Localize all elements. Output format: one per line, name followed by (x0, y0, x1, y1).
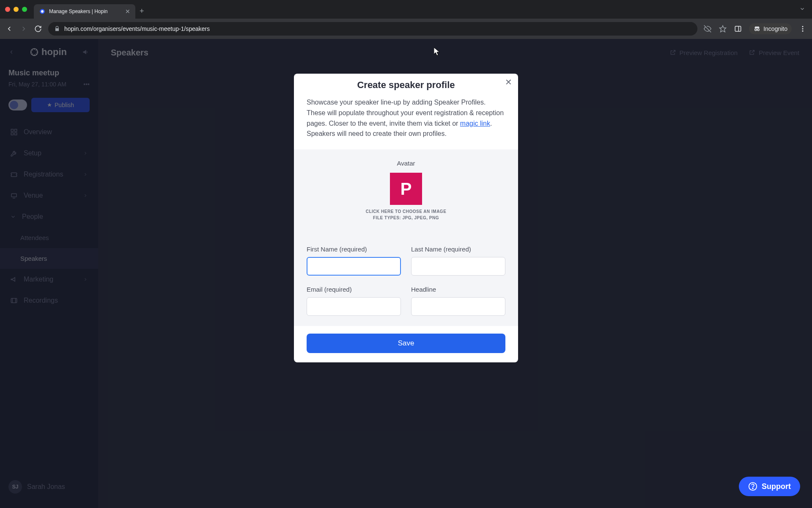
avatar-upload[interactable]: P (390, 173, 422, 205)
modal-overlay[interactable]: ✕ Create speaker profile Showcase your s… (0, 39, 812, 508)
svg-rect-3 (735, 26, 741, 31)
svg-point-5 (755, 29, 757, 31)
window-controls (5, 7, 27, 12)
app-root: hopin Music meetup Fri, May 27, 11:00 AM… (0, 39, 812, 508)
toolbar-right: Incognito (703, 23, 807, 34)
svg-point-8 (802, 28, 804, 30)
window-minimize[interactable] (14, 7, 19, 12)
kebab-menu-icon[interactable] (798, 25, 807, 33)
create-speaker-modal: ✕ Create speaker profile Showcase your s… (294, 74, 518, 345)
last-name-input[interactable] (411, 257, 505, 276)
modal-form: First Name (required) Last Name (require… (294, 233, 518, 326)
url-text: hopin.com/organisers/events/music-meetup… (64, 25, 210, 32)
tabs-dropdown-icon[interactable] (799, 6, 805, 12)
svg-point-1 (41, 10, 44, 13)
first-name-label: First Name (required) (307, 246, 401, 253)
window-maximize[interactable] (22, 7, 27, 12)
bookmark-star-icon[interactable] (719, 25, 727, 33)
email-input[interactable] (307, 297, 401, 316)
new-tab-button[interactable]: + (140, 7, 144, 16)
close-tab-icon[interactable]: ✕ (125, 8, 130, 15)
reload-button[interactable] (34, 25, 42, 33)
window-close[interactable] (5, 7, 10, 12)
browser-toolbar: hopin.com/organisers/events/music-meetup… (0, 19, 812, 39)
hopin-favicon-icon (39, 8, 46, 15)
tab-title: Manage Speakers | Hopin (49, 8, 122, 14)
avatar-section: Avatar P CLICK HERE TO CHOOSE AN IMAGE F… (294, 149, 518, 233)
last-name-label: Last Name (required) (411, 246, 505, 253)
address-bar[interactable]: hopin.com/organisers/events/music-meetup… (48, 22, 697, 36)
svg-point-9 (802, 30, 804, 32)
choose-image-link[interactable]: CLICK HERE TO CHOOSE AN IMAGE (307, 209, 505, 214)
incognito-indicator[interactable]: Incognito (749, 23, 792, 34)
modal-footer: Save (294, 326, 518, 362)
back-button[interactable] (5, 25, 14, 33)
eye-off-icon[interactable] (703, 25, 712, 33)
first-name-input[interactable] (307, 257, 401, 276)
svg-point-6 (757, 29, 760, 31)
headline-input[interactable] (411, 297, 505, 316)
headline-label: Headline (411, 286, 505, 293)
modal-title: Create speaker profile (294, 74, 518, 94)
support-label: Support (762, 482, 791, 491)
save-button[interactable]: Save (307, 334, 505, 353)
support-button[interactable]: Support (739, 477, 800, 496)
avatar-placeholder-letter: P (401, 179, 412, 199)
avatar-label: Avatar (307, 160, 505, 167)
side-panel-icon[interactable] (734, 25, 742, 33)
forward-button[interactable] (19, 25, 28, 33)
incognito-label: Incognito (763, 25, 787, 32)
file-types-hint: FILE TYPES: JPG, JPEG, PNG (307, 215, 505, 220)
svg-point-20 (752, 488, 753, 489)
browser-tab-strip: Manage Speakers | Hopin ✕ + (0, 0, 812, 19)
browser-tab[interactable]: Manage Speakers | Hopin ✕ (34, 4, 135, 19)
modal-description: Showcase your speaker line-up by adding … (294, 94, 518, 149)
save-label: Save (398, 339, 414, 347)
svg-point-7 (802, 26, 804, 27)
modal-close-icon[interactable]: ✕ (505, 77, 512, 87)
magic-link[interactable]: magic link (460, 120, 490, 127)
email-label: Email (required) (307, 286, 401, 293)
lock-icon (54, 26, 60, 32)
svg-marker-2 (720, 26, 726, 32)
